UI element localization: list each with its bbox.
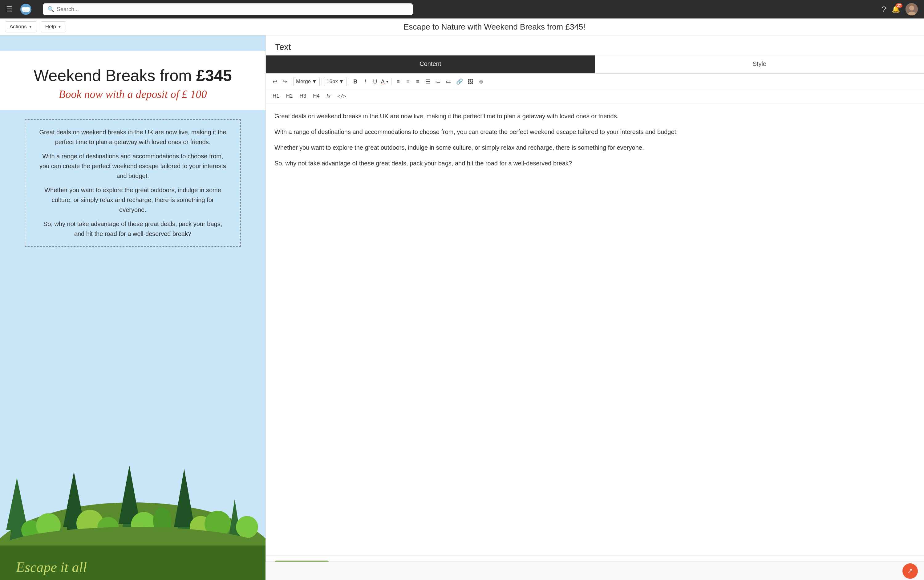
font-color-chevron-icon: ▼: [385, 80, 389, 84]
h2-button[interactable]: H2: [284, 92, 295, 101]
svg-marker-29: [174, 468, 194, 527]
align-left-button[interactable]: ≡: [394, 77, 403, 87]
svg-marker-8: [6, 478, 28, 530]
search-bar: 🔍: [43, 3, 413, 15]
share-icon: ↗: [908, 567, 913, 575]
help-label: Help: [45, 24, 56, 30]
heading-row: H1 H2 H3 H4 Ix </>: [266, 90, 924, 104]
trees-illustration: [0, 438, 265, 555]
format-toolbar: ↩ ↪ Merge ▼ 16px ▼ B I U A ▼ ≡ ≡ ≡: [266, 74, 924, 90]
editor-p2: With a range of destinations and accommo…: [274, 127, 916, 137]
actions-label: Actions: [10, 24, 27, 30]
panel-tabs: Content Style: [266, 56, 924, 74]
toolbar-sep-3: [349, 78, 349, 85]
hamburger-icon[interactable]: ☰: [6, 5, 12, 13]
text-paragraph-3: Whether you want to explore the great ou…: [38, 185, 228, 215]
canvas-area: Weekend Breaks from £345 Book now with a…: [0, 35, 265, 580]
tab-style[interactable]: Style: [595, 56, 924, 73]
text-paragraph-2: With a range of destinations and accommo…: [38, 151, 228, 181]
unordered-list-button[interactable]: ≔: [433, 77, 443, 87]
main-area: Weekend Breaks from £345 Book now with a…: [0, 35, 924, 580]
search-input[interactable]: [57, 6, 408, 13]
underline-button[interactable]: U: [371, 77, 380, 87]
bottom-right-controls: ↗: [903, 564, 918, 579]
link-button[interactable]: 🔗: [454, 77, 465, 87]
toolbar-sep-1: [291, 78, 292, 85]
actions-chevron-icon: ▼: [29, 25, 32, 29]
font-size-dropdown[interactable]: 16px ▼: [324, 77, 347, 86]
toolbar-sep-2: [321, 78, 322, 85]
share-button[interactable]: ↗: [903, 564, 918, 579]
undo-button[interactable]: ↩: [270, 77, 279, 87]
italic-button[interactable]: I: [361, 77, 370, 87]
escape-title: Escape it all: [16, 559, 249, 575]
text-paragraph-1: Great deals on weekend breaks in the UK …: [38, 127, 228, 147]
avatar[interactable]: [906, 3, 918, 15]
notification-badge: 27: [896, 3, 903, 8]
help-icon[interactable]: ?: [882, 5, 886, 14]
search-icon: 🔍: [48, 6, 54, 13]
align-center-button[interactable]: ≡: [404, 77, 413, 87]
h4-button[interactable]: H4: [310, 92, 322, 101]
panel-header: Text: [266, 35, 924, 56]
ordered-list-button[interactable]: ≔: [443, 77, 453, 87]
svg-point-38: [236, 516, 258, 538]
nav-right: ? 🔔 27: [882, 3, 918, 15]
main-headline: Weekend Breaks from £345: [12, 66, 253, 85]
align-right-button[interactable]: ≡: [413, 77, 423, 87]
h3-button[interactable]: H3: [297, 92, 309, 101]
nature-scene: Escape it all From marshmallow melting t…: [0, 256, 265, 580]
page-title: Escape to Nature with Weekend Breaks fro…: [70, 22, 919, 32]
h1-button[interactable]: H1: [270, 92, 282, 101]
sub-headline: Book now with a deposit of £ 100: [12, 88, 253, 101]
image-button[interactable]: 🖼: [466, 77, 476, 87]
font-color-icon: A: [381, 79, 385, 85]
text-paragraph-4: So, why not take advantage of these grea…: [38, 219, 228, 239]
tab-content[interactable]: Content: [266, 56, 595, 73]
editor-p4: So, why not take advantage of these grea…: [274, 158, 916, 168]
code-button[interactable]: </>: [335, 92, 349, 101]
merge-dropdown[interactable]: Merge ▼: [293, 77, 320, 86]
justify-button[interactable]: ☰: [423, 77, 432, 87]
font-color-dropdown[interactable]: A ▼: [380, 77, 390, 86]
toolbar: Actions ▼ Help ▼ Escape to Nature with W…: [0, 18, 924, 35]
right-panel: Text Content Style ↩ ↪ Merge ▼ 16px ▼ B …: [265, 35, 924, 580]
canvas-header: Weekend Breaks from £345 Book now with a…: [0, 35, 265, 256]
editor-p3: Whether you want to explore the great ou…: [274, 143, 916, 153]
help-button[interactable]: Help ▼: [41, 21, 66, 32]
emoji-button[interactable]: ☺: [476, 77, 486, 87]
italic-heading-button[interactable]: Ix: [324, 92, 333, 101]
logo-icon: [20, 3, 32, 15]
actions-button[interactable]: Actions ▼: [5, 21, 37, 32]
content-text-box: Great deals on weekend breaks in the UK …: [25, 119, 241, 247]
svg-point-5: [909, 5, 914, 10]
font-size-chevron-icon: ▼: [339, 79, 344, 85]
redo-button[interactable]: ↪: [280, 77, 289, 87]
editor-p1: Great deals on weekend breaks in the UK …: [274, 111, 916, 121]
top-navigation: ☰ 🔍 ? 🔔 27: [0, 0, 924, 18]
svg-point-3: [26, 7, 30, 10]
merge-chevron-icon: ▼: [312, 79, 317, 85]
notifications-icon[interactable]: 🔔 27: [892, 5, 900, 13]
editor-content[interactable]: Great deals on weekend breaks in the UK …: [266, 104, 924, 555]
bold-button[interactable]: B: [351, 77, 360, 87]
help-chevron-icon: ▼: [58, 25, 62, 29]
